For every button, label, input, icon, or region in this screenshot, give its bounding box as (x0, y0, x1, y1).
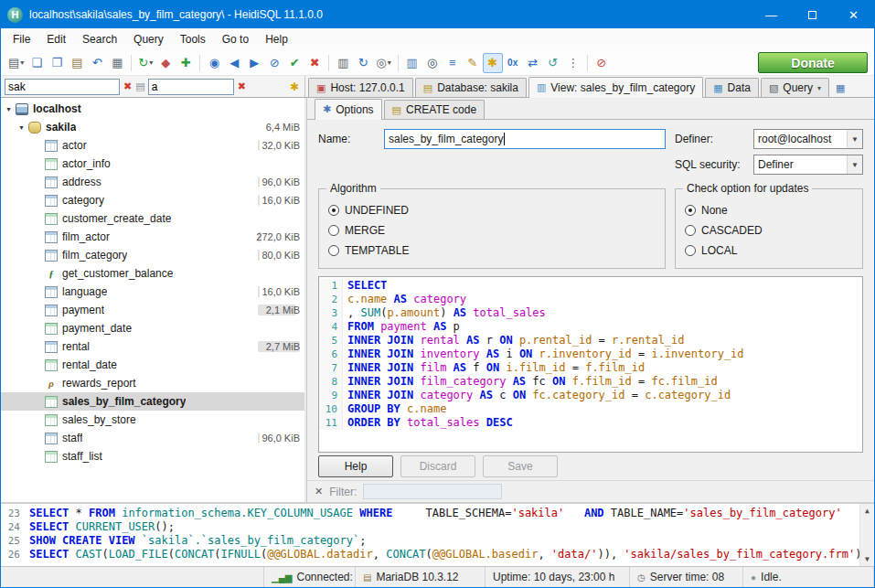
tree-item-film-category[interactable]: ▼film_category80,0 KiB (1, 246, 304, 264)
table-filter-input[interactable] (148, 79, 234, 95)
tree-item-get-customer-balance[interactable]: ▼ƒget_customer_balance (1, 264, 304, 283)
session-manager-button[interactable]: ▤▾ (5, 53, 27, 73)
log-scrollbar[interactable]: ▲ ▼ (859, 504, 874, 566)
radio-option-cascaded[interactable]: CASCADED (685, 220, 853, 241)
radio-button[interactable] (685, 225, 696, 236)
refresh-button[interactable]: ↻▾ (135, 53, 155, 73)
radio-button[interactable] (685, 205, 696, 216)
tab-database[interactable]: ▤Database: sakila (415, 78, 527, 97)
stop-button[interactable]: ⊘ (592, 53, 612, 73)
radio-button[interactable] (328, 245, 339, 256)
tree-item-sales-by-store[interactable]: ▼sales_by_store (1, 411, 304, 429)
tree-item-film-actor[interactable]: ▼film_actor272,0 KiB (1, 228, 304, 246)
close-button[interactable]: ✕ (833, 1, 874, 28)
replace-button[interactable]: ≡ (443, 53, 463, 73)
undo-button[interactable]: ↶ (87, 53, 107, 73)
tree-item-staff[interactable]: ▼staff96,0 KiB (1, 429, 304, 447)
sync-button[interactable]: ↺ (543, 53, 563, 73)
next-record-icon: ▶ (250, 57, 259, 69)
filter-favorites-icon[interactable]: ✱ (290, 80, 301, 93)
radio-option-merge[interactable]: MERGE (328, 220, 656, 241)
tab-query[interactable]: ▧Query▾ (761, 78, 829, 97)
find-text-button[interactable]: ◎ (422, 53, 443, 73)
tree-item-actor[interactable]: ▼actor32,0 KiB (1, 136, 304, 155)
tab-data[interactable]: ▦Data (705, 78, 759, 97)
hex-view-button[interactable]: 0x (503, 53, 523, 73)
tree-item-payment-date[interactable]: ▼payment_date (1, 319, 304, 337)
cancel-operation-button[interactable]: ⊘ (264, 53, 284, 73)
info-button[interactable]: ◉ (204, 53, 224, 73)
sql-editor[interactable]: 1SELECT2c.name AS category3, SUM(p.amoun… (318, 276, 863, 453)
previous-record-button[interactable]: ◀ (224, 53, 244, 73)
discard-icon: ✖ (310, 57, 320, 69)
radio-button[interactable] (685, 245, 696, 256)
menu-item-file[interactable]: File (5, 29, 38, 49)
donate-button[interactable]: Donate (758, 52, 868, 73)
sql-security-combo[interactable]: Definer ▼ (753, 155, 863, 175)
user-manager-button[interactable]: ◆ (155, 53, 176, 73)
tree-node-localhost[interactable]: ▼localhost (1, 100, 304, 118)
radio-option-local[interactable]: LOCAL (685, 241, 853, 261)
menu-item-help[interactable]: Help (257, 29, 296, 49)
tab-create-code[interactable]: ▤CREATE code (384, 100, 486, 119)
print-button[interactable]: ▦ (107, 53, 127, 73)
tree-item-staff-list[interactable]: ▼staff_list (1, 447, 304, 465)
discard-button[interactable]: ✖ (304, 53, 325, 73)
tree-item-sales-by-film-category[interactable]: ▼sales_by_film_category (1, 392, 304, 411)
tree-item-language[interactable]: ▼language16,0 KiB (1, 283, 304, 301)
reload-button[interactable]: ↻ (353, 53, 373, 73)
tree-item-address[interactable]: ▼address96,0 KiB (1, 173, 304, 191)
paste-button[interactable]: ▤ (67, 53, 87, 73)
radio-option-temptable[interactable]: TEMPTABLE (328, 241, 656, 261)
definer-combo[interactable]: root@localhost ▼ (753, 129, 863, 149)
swap-button[interactable]: ⇄ (523, 53, 543, 73)
new-query-tab-button[interactable]: ▥ (333, 53, 353, 73)
scroll-down-icon[interactable]: ▼ (865, 552, 870, 566)
search-button[interactable]: ◎▾ (373, 53, 393, 73)
overflow-button[interactable]: ⋮ (563, 53, 583, 73)
discard-button[interactable]: Discard (400, 455, 475, 477)
clear-table-filter-icon[interactable]: ✖ (237, 80, 247, 92)
tree-item-payment[interactable]: ▼payment2,1 MiB (1, 301, 304, 319)
menu-item-query[interactable]: Query (125, 29, 172, 49)
close-filter-icon[interactable]: ✕ (315, 486, 323, 497)
tree-item-rental-date[interactable]: ▼rental_date (1, 356, 304, 374)
view-name-input[interactable]: sales_by_film_category (384, 129, 666, 149)
apply-button[interactable]: ✔ (284, 53, 304, 73)
menu-item-tools[interactable]: Tools (172, 29, 214, 49)
data-filter-input[interactable] (363, 484, 502, 499)
radio-button[interactable] (328, 205, 339, 216)
tree-item-customer-create-date[interactable]: ▼customer_create_date (1, 209, 304, 228)
tree-node-sakila[interactable]: ▼sakila6,4 MiB (1, 118, 304, 136)
tree-filter-input[interactable] (5, 79, 120, 95)
clear-tree-filter-icon[interactable]: ✖ (123, 80, 133, 92)
expand-arrow-icon[interactable]: ▼ (3, 106, 15, 112)
tab-view[interactable]: ▥View: sales_by_film_category (528, 77, 703, 98)
tab-host[interactable]: ▣Host: 127.0.0.1 (308, 78, 413, 97)
tree-item-rewards-report[interactable]: ▼ρrewards_report (1, 374, 304, 392)
save-button[interactable]: Save (483, 455, 558, 477)
highlight-button[interactable]: ✱ (483, 53, 503, 73)
query-tab-menu-icon[interactable]: ▦ (831, 79, 849, 97)
copy-button[interactable]: ❐ (47, 53, 67, 73)
tree-item-category[interactable]: ▼category16,0 KiB (1, 191, 304, 209)
tab-options[interactable]: ✱Options (315, 99, 382, 120)
connect-button[interactable]: ✚ (176, 53, 196, 73)
panels-button[interactable]: ▥ (402, 53, 422, 73)
maximize-button[interactable] (792, 1, 833, 28)
menu-item-go-to[interactable]: Go to (214, 29, 257, 49)
minimize-button[interactable]: — (751, 1, 792, 28)
menu-item-edit[interactable]: Edit (38, 29, 74, 49)
scroll-up-icon[interactable]: ▲ (865, 504, 870, 518)
radio-option-none[interactable]: None (685, 200, 853, 220)
new-session-button[interactable]: ❏ (27, 53, 47, 73)
radio-option-undefined[interactable]: UNDEFINED (328, 200, 656, 220)
radio-button[interactable] (328, 225, 339, 236)
help-button[interactable]: Help (318, 455, 393, 477)
tree-item-actor-info[interactable]: ▼actor_info (1, 155, 304, 173)
next-record-button[interactable]: ▶ (244, 53, 264, 73)
tree-item-rental[interactable]: ▼rental2,7 MiB (1, 337, 304, 356)
menu-item-search[interactable]: Search (74, 29, 125, 49)
edit-button[interactable]: ✎ (463, 53, 483, 73)
expand-arrow-icon[interactable]: ▼ (16, 124, 27, 131)
